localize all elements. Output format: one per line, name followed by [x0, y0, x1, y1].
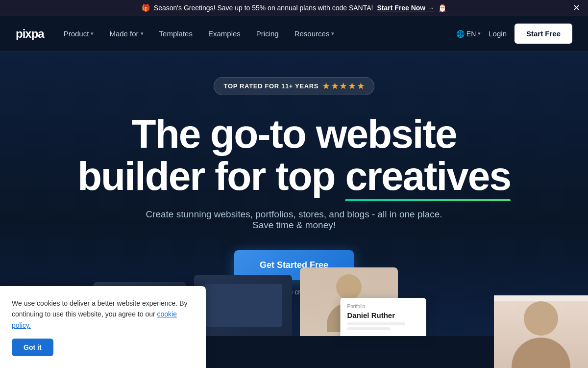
chevron-down-icon: ▾ [141, 30, 144, 37]
language-selector[interactable]: 🌐 EN ▾ [456, 30, 481, 38]
star-4: ★ [348, 81, 356, 91]
hero-subheading: Create stunning websites, portfolios, st… [137, 209, 451, 231]
star-3: ★ [340, 81, 347, 91]
santa-icon: 🎅 [438, 4, 446, 12]
start-free-button[interactable]: Start Free [514, 24, 572, 44]
announcement-close-button[interactable]: ✕ [573, 2, 580, 13]
cookie-text: We use cookies to deliver a better websi… [12, 298, 194, 331]
preview-name: Daniel Ruther [347, 311, 419, 319]
cookie-banner: We use cookies to deliver a better websi… [0, 286, 206, 368]
top-rated-badge: TOP RATED FOR 11+ YEARS ★ ★ ★ ★ ★ [214, 77, 375, 95]
nav-item-templates[interactable]: Templates [159, 29, 193, 38]
nav-item-examples[interactable]: Examples [208, 29, 241, 38]
cookie-got-it-button[interactable]: Got it [12, 339, 53, 356]
star-rating: ★ ★ ★ ★ ★ [322, 81, 364, 91]
announcement-text: Season's Greetings! Save up to 55% on an… [154, 4, 373, 12]
star-1: ★ [322, 81, 330, 91]
heading-line2: builder for top [77, 154, 335, 198]
chevron-down-icon: ▾ [91, 30, 94, 37]
logo[interactable]: pixpa [16, 27, 44, 41]
announcement-link[interactable]: Start Free Now → [377, 4, 434, 12]
nav-links: Product ▾ Made for ▾ Templates Examples … [64, 29, 456, 38]
preview-card-2 [194, 275, 292, 336]
preview-card-3: Portfolio Daniel Ruther [300, 267, 398, 336]
chevron-down-icon: ▾ [478, 30, 481, 37]
globe-icon: 🌐 [456, 30, 465, 38]
nav-item-made-for[interactable]: Made for ▾ [109, 29, 143, 38]
announcement-bar: 🎁 Season's Greetings! Save up to 55% on … [0, 0, 588, 16]
star-5: ★ [357, 81, 365, 91]
bottom-right-preview [494, 295, 588, 368]
navbar: pixpa Product ▾ Made for ▾ Templates Exa… [0, 16, 588, 52]
chevron-down-icon: ▾ [331, 30, 334, 37]
nav-item-resources[interactable]: Resources ▾ [294, 29, 335, 38]
heading-highlight: creatives [345, 155, 511, 197]
badge-text: TOP RATED FOR 11+ YEARS [224, 82, 319, 90]
login-button[interactable]: Login [489, 29, 507, 38]
hero-heading: The go-to website builder for top creati… [77, 113, 511, 197]
star-2: ★ [331, 81, 339, 91]
nav-item-pricing[interactable]: Pricing [256, 29, 279, 38]
heading-line1: The go-to website [131, 111, 456, 156]
nav-actions: 🌐 EN ▾ Login Start Free [456, 24, 572, 44]
gift-icon: 🎁 [142, 4, 150, 12]
nav-item-product[interactable]: Product ▾ [64, 29, 94, 38]
